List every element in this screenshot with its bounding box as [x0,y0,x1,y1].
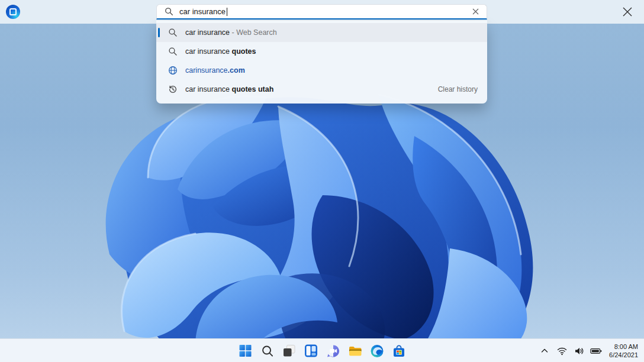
system-tray: 8:00 AM 6/24/2021 [539,339,638,362]
store-button[interactable] [392,344,406,358]
suggestion-text: car insurance quotes utah [185,85,273,93]
edge-button[interactable] [370,344,384,358]
search-icon [168,47,178,56]
clock-date: 6/24/2021 [609,351,638,359]
clock-time: 8:00 AM [609,342,638,351]
task-view-button[interactable] [282,344,297,358]
widgets-button[interactable] [304,344,318,358]
file-explorer-button[interactable] [348,344,362,358]
globe-icon [168,66,178,75]
store-icon [392,344,405,358]
close-icon [621,5,634,18]
selection-accent-bar [158,28,160,37]
clear-history-button[interactable]: Clear history [438,85,487,93]
battery-button[interactable] [590,345,602,357]
volume-icon [574,346,584,356]
task-view-icon [283,344,296,357]
taskbar-search-button[interactable] [260,344,275,358]
search-icon [168,28,178,37]
start-button[interactable] [239,344,253,358]
chevron-up-icon [540,347,549,355]
widgets-icon [305,344,318,357]
edge-icon [370,344,384,358]
search-icon [261,345,273,357]
search-suggestions: car insurance - Web Search car insurance… [156,21,487,104]
suggestion-text: carinsurance.com [185,66,245,75]
search-icon [165,7,173,16]
suggestion-text: car insurance - Web Search [185,28,277,37]
search-app-icon[interactable] [6,5,20,19]
history-icon [168,85,178,94]
taskbar: 8:00 AM 6/24/2021 [0,338,644,362]
desktop: car insurance car insurance - Web Search… [0,0,644,362]
search-query-text: car insurance [179,7,226,16]
suggestion-text: car insurance quotes [185,47,256,56]
app-icon-glyph [9,8,17,15]
file-explorer-icon [348,344,362,358]
clock[interactable]: 8:00 AM 6/24/2021 [607,342,638,360]
close-button[interactable] [619,4,636,20]
suggestion-query[interactable]: car insurance quotes [156,42,487,61]
text-caret [227,8,227,16]
volume-button[interactable] [573,345,585,357]
clear-search-button[interactable] [470,7,481,17]
chat-button[interactable] [326,344,340,358]
tray-chevron-up-button[interactable] [539,345,550,357]
search-input-box[interactable]: car insurance [156,4,487,20]
wifi-button[interactable] [556,345,568,357]
chat-icon [326,344,340,358]
taskbar-center-icons [239,339,406,362]
battery-icon [590,346,602,356]
suggestion-history[interactable]: car insurance quotes utah Clear history [156,80,487,99]
wifi-icon [557,346,567,356]
start-icon [239,344,252,357]
suggestion-website[interactable]: carinsurance.com [156,61,487,80]
suggestion-web-search[interactable]: car insurance - Web Search [156,23,487,42]
close-icon [472,8,479,15]
